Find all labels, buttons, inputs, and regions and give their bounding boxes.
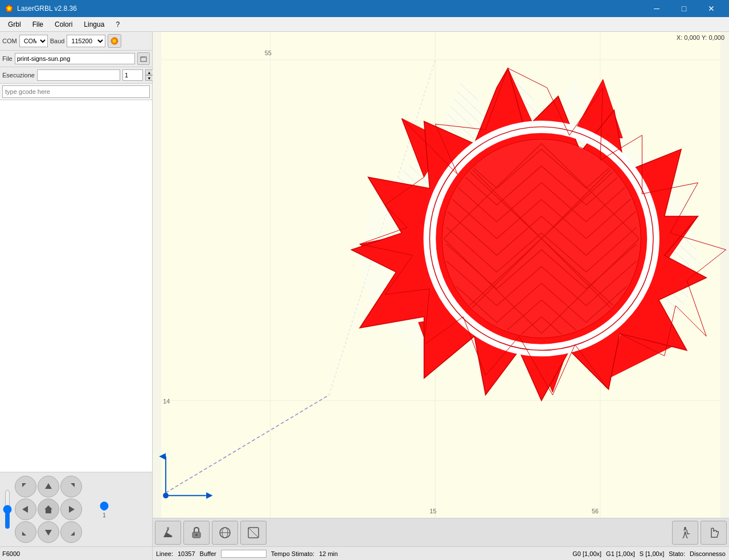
jog-up[interactable] xyxy=(38,476,59,497)
svg-text:14: 14 xyxy=(163,398,170,405)
gcode-input-area xyxy=(0,84,152,100)
s-status: S [1,00x] xyxy=(640,550,664,557)
jog-down-right[interactable] xyxy=(60,521,82,543)
erase-tool-button[interactable] xyxy=(240,521,267,545)
bottom-status-bar: Linee: 10357 Buffer Tempo Stimato: 12 mi… xyxy=(153,546,729,560)
svg-point-68 xyxy=(195,534,198,536)
exec-number[interactable] xyxy=(122,69,143,81)
hand-tool-button[interactable] xyxy=(701,521,727,545)
menu-colori[interactable]: Colori xyxy=(49,19,78,30)
console-scroll[interactable] xyxy=(0,100,152,472)
menu-file[interactable]: File xyxy=(27,19,49,30)
svg-text:15: 15 xyxy=(429,508,436,514)
walk-icon xyxy=(678,526,692,540)
erase-icon xyxy=(247,526,260,540)
baud-select[interactable]: 9600 19200 38400 57600 115200 xyxy=(67,35,105,47)
svg-marker-12 xyxy=(22,532,26,536)
svg-marker-6 xyxy=(22,483,26,487)
bottom-toolbar-left xyxy=(155,521,267,545)
down-icon xyxy=(43,527,54,537)
connection-status: Disconnesso xyxy=(690,550,726,557)
svg-text:55: 55 xyxy=(265,50,272,56)
buffer-label: Buffer xyxy=(200,550,216,557)
svg-point-3 xyxy=(113,39,116,43)
globe-icon xyxy=(218,526,232,540)
jog-up-left[interactable] xyxy=(15,476,36,497)
svg-marker-11 xyxy=(69,506,75,513)
jog-right[interactable] xyxy=(60,499,82,520)
stato-label: Stato: xyxy=(669,550,685,557)
lines-label: Linee: xyxy=(156,550,173,557)
jog-left[interactable] xyxy=(15,499,36,520)
lock-tool-button[interactable] xyxy=(183,521,210,545)
menu-bar: Grbl File Colori Lingua ? xyxy=(0,17,729,32)
window-controls: ─ □ ✕ xyxy=(644,0,724,17)
jog-down-left[interactable] xyxy=(15,521,36,543)
down-left-icon xyxy=(21,527,31,537)
spin-down[interactable]: ▼ xyxy=(145,75,153,81)
main-layout: COM COM1 COM2 COM3 Baud 9600 19200 38400… xyxy=(0,32,729,560)
left-icon xyxy=(21,504,31,514)
status-right: G0 [1,00x] G1 [1,00x] S [1,00x] Stato: D… xyxy=(572,550,726,557)
menu-lingua[interactable]: Lingua xyxy=(78,19,110,30)
exec-input[interactable] xyxy=(37,69,120,81)
app-icon xyxy=(5,4,14,13)
main-canvas[interactable]: 55 14 15 56 xyxy=(153,32,729,518)
exec-label: Esecuzione xyxy=(2,72,35,79)
speed-value-label: 1 xyxy=(103,512,106,518)
jog-grid xyxy=(15,476,82,543)
file-open-button[interactable] xyxy=(137,52,150,65)
left-status-bar: F6000 xyxy=(0,546,152,560)
g1-status: G1 [1,00x] xyxy=(606,550,635,557)
coordinate-display: X: 0,000 Y: 0,000 xyxy=(677,34,724,41)
menu-grbl[interactable]: Grbl xyxy=(2,19,27,30)
svg-marker-13 xyxy=(45,530,52,536)
close-button[interactable]: ✕ xyxy=(698,0,724,17)
tempo-label: Tempo Stimato: xyxy=(271,550,314,557)
walk-tool-button[interactable] xyxy=(672,521,698,545)
app-title: LaserGRBL v2.8.36 xyxy=(17,5,77,13)
file-row: File xyxy=(0,51,152,67)
speed-slider-vertical[interactable] xyxy=(2,489,13,529)
svg-point-66 xyxy=(167,527,169,529)
hand-icon xyxy=(707,526,720,540)
right-icon xyxy=(66,504,76,514)
buffer-progress xyxy=(221,550,267,558)
connection-row: COM COM1 COM2 COM3 Baud 9600 19200 38400… xyxy=(0,32,152,51)
svg-marker-8 xyxy=(71,483,75,487)
up-icon xyxy=(43,481,54,492)
jog-home[interactable] xyxy=(38,499,59,520)
com-select[interactable]: COM1 COM2 COM3 xyxy=(19,35,48,47)
maximize-button[interactable]: □ xyxy=(671,0,697,17)
jog-up-right[interactable] xyxy=(60,476,82,497)
svg-marker-10 xyxy=(44,505,52,513)
minimize-button[interactable]: ─ xyxy=(644,0,670,17)
title-bar: LaserGRBL v2.8.36 ─ □ ✕ xyxy=(0,0,729,17)
home-icon xyxy=(43,504,54,514)
laser-icon xyxy=(161,526,175,540)
up-left-icon xyxy=(21,481,31,492)
speed-slider-horizontal[interactable] xyxy=(84,501,124,511)
gcode-input[interactable] xyxy=(2,85,150,98)
jog-down[interactable] xyxy=(38,521,59,543)
file-label: File xyxy=(2,55,13,62)
com-label: COM xyxy=(2,38,17,44)
file-input[interactable] xyxy=(15,53,135,64)
status-left: Linee: 10357 Buffer Tempo Stimato: 12 mi… xyxy=(156,550,338,558)
left-panel: COM COM1 COM2 COM3 Baud 9600 19200 38400… xyxy=(0,32,153,560)
globe-tool-button[interactable] xyxy=(212,521,238,545)
control-panel: 1 xyxy=(0,472,152,546)
svg-marker-14 xyxy=(71,532,75,536)
lines-value: 10357 xyxy=(178,550,195,557)
bottom-toolbar-right xyxy=(672,521,727,545)
console-area[interactable] xyxy=(0,100,152,472)
speed-control-h: 1 xyxy=(84,501,124,518)
speed-label: F6000 xyxy=(2,550,20,557)
menu-help[interactable]: ? xyxy=(110,19,125,30)
baud-label: Baud xyxy=(50,38,65,44)
spin-up[interactable]: ▲ xyxy=(145,69,153,75)
tempo-value: 12 min xyxy=(319,550,338,557)
exec-row: Esecuzione ▲ ▼ xyxy=(0,67,152,84)
connect-button[interactable] xyxy=(108,34,121,48)
laser-tool-button[interactable] xyxy=(155,521,181,545)
